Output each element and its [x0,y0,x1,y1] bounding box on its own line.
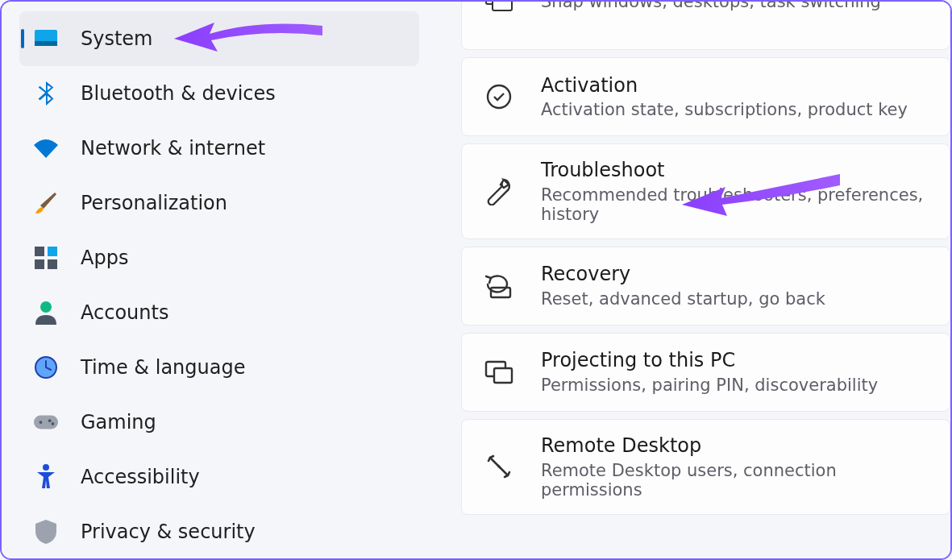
multitask-icon [484,0,513,15]
sidebar-item-label: Apps [81,247,128,269]
settings-sidebar: System Bluetooth & devices Network & int… [2,2,437,558]
sidebar-item-label: Network & internet [81,137,265,160]
check-circle-icon [484,82,513,111]
svg-point-10 [39,421,43,424]
settings-card-title: Activation [541,74,908,97]
remote-icon [484,452,513,481]
settings-card-troubleshoot[interactable]: Troubleshoot Recommended troubleshooters… [461,143,950,239]
sidebar-item-accounts[interactable]: Accounts [19,285,419,340]
clock-globe-icon [34,355,58,380]
paintbrush-icon [34,191,58,215]
settings-card-subtitle: Activation state, subscriptions, product… [541,100,908,119]
settings-card-multitasking[interactable]: Snap windows, desktops, task switching [461,2,950,50]
settings-card-remote-desktop[interactable]: Remote Desktop Remote Desktop users, con… [461,419,950,515]
settings-card-activation[interactable]: Activation Activation state, subscriptio… [461,57,950,136]
sidebar-item-bluetooth[interactable]: Bluetooth & devices [19,66,419,121]
sidebar-item-gaming[interactable]: Gaming [19,395,419,450]
apps-icon [34,246,58,270]
project-icon [484,358,513,387]
settings-card-title: Troubleshoot [541,159,933,182]
settings-card-subtitle: Recommended troubleshooters, preferences… [541,185,933,224]
settings-card-title: Projecting to this PC [541,349,878,372]
svg-rect-9 [34,416,58,429]
system-icon [34,27,58,51]
svg-rect-15 [493,0,512,10]
sidebar-item-label: Personalization [81,192,227,214]
settings-card-subtitle: Reset, advanced startup, go back [541,289,825,309]
svg-rect-3 [48,247,57,256]
svg-point-6 [40,301,52,313]
sidebar-item-time-language[interactable]: Time & language [19,340,419,395]
sidebar-item-network[interactable]: Network & internet [19,121,419,176]
svg-rect-4 [35,259,44,269]
settings-card-title: Remote Desktop [541,434,933,458]
svg-point-16 [488,85,510,108]
wifi-icon [34,136,58,160]
person-icon [34,301,58,325]
sidebar-item-label: Accounts [81,301,168,324]
sidebar-item-label: Gaming [81,411,156,433]
accessibility-icon [34,465,58,489]
svg-point-13 [43,464,49,471]
svg-point-11 [48,419,52,422]
gamepad-icon [34,410,58,434]
shield-icon [34,520,58,544]
sidebar-item-label: Time & language [81,356,245,379]
settings-card-subtitle: Permissions, pairing PIN, discoverabilit… [541,375,878,395]
settings-card-title: Recovery [541,263,825,286]
wrench-icon [484,176,513,205]
settings-content: Snap windows, desktops, task switching A… [437,2,950,558]
settings-card-recovery[interactable]: Recovery Reset, advanced startup, go bac… [461,247,950,326]
settings-card-projecting[interactable]: Projecting to this PC Permissions, pairi… [461,333,950,412]
sidebar-item-apps[interactable]: Apps [19,230,419,285]
sidebar-item-label: System [81,27,153,50]
svg-point-12 [52,422,55,425]
settings-card-subtitle: Snap windows, desktops, task switching [541,0,881,11]
sidebar-item-label: Accessibility [81,466,200,488]
svg-rect-5 [48,259,57,269]
sidebar-item-system[interactable]: System [19,11,419,66]
bluetooth-icon [34,81,58,106]
sidebar-item-label: Bluetooth & devices [81,82,276,105]
sidebar-item-accessibility[interactable]: Accessibility [19,450,419,504]
recovery-icon [484,272,513,301]
settings-card-subtitle: Remote Desktop users, connection permiss… [541,461,933,500]
sidebar-item-privacy-security[interactable]: Privacy & security [19,504,419,559]
svg-rect-2 [35,247,44,256]
svg-rect-1 [35,41,57,46]
svg-rect-19 [494,368,512,383]
sidebar-item-personalization[interactable]: Personalization [19,176,419,230]
sidebar-item-label: Privacy & security [81,521,256,543]
